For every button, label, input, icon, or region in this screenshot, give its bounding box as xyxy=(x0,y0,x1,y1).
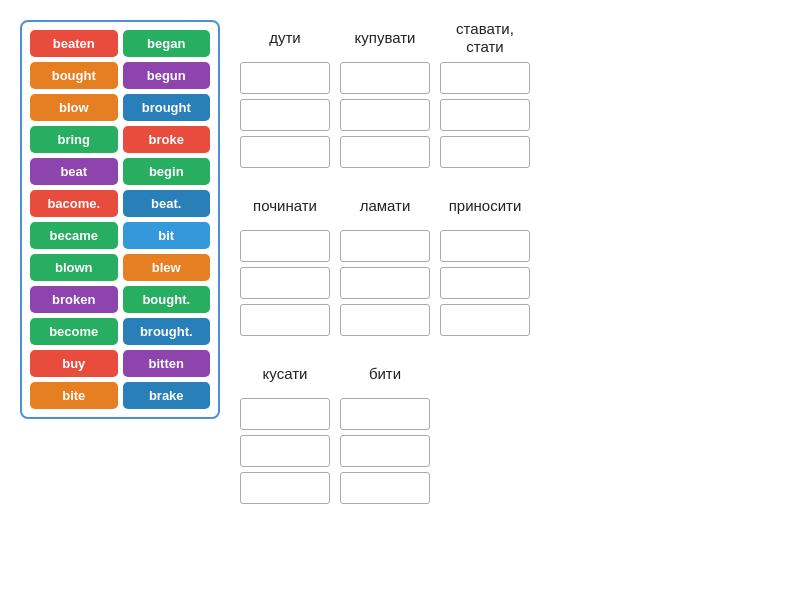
word-tile[interactable]: began xyxy=(123,30,211,57)
drop-slot[interactable] xyxy=(340,398,430,430)
drop-slot[interactable] xyxy=(340,435,430,467)
word-tile[interactable]: brake xyxy=(123,382,211,409)
bottom-category-row: кусати бити xyxy=(240,356,780,504)
drop-slot[interactable] xyxy=(240,472,330,504)
category-кусати: кусати xyxy=(240,356,330,504)
slots-кусати xyxy=(240,398,330,504)
drop-slot[interactable] xyxy=(340,62,430,94)
drop-slot[interactable] xyxy=(440,230,530,262)
word-tile[interactable]: begun xyxy=(123,62,211,89)
drop-slot[interactable] xyxy=(240,435,330,467)
word-tile[interactable]: bite xyxy=(30,382,118,409)
category-починати: починати xyxy=(240,188,330,336)
category-дути: дути xyxy=(240,20,330,168)
category-ламати: ламати xyxy=(340,188,430,336)
word-tile[interactable]: beat. xyxy=(123,190,211,217)
slots-дути xyxy=(240,62,330,168)
slots-бити xyxy=(340,398,430,504)
category-приносити: приносити xyxy=(440,188,530,336)
drop-slot[interactable] xyxy=(340,472,430,504)
drop-slot[interactable] xyxy=(240,136,330,168)
word-tile[interactable]: became xyxy=(30,222,118,249)
label-кусати: кусати xyxy=(240,356,330,392)
word-tile[interactable]: broken xyxy=(30,286,118,313)
word-tile[interactable]: buy xyxy=(30,350,118,377)
slots-приносити xyxy=(440,230,530,336)
slots-ламати xyxy=(340,230,430,336)
word-tile[interactable]: bacome. xyxy=(30,190,118,217)
word-tile[interactable]: brought xyxy=(123,94,211,121)
word-tile[interactable]: bitten xyxy=(123,350,211,377)
word-tile[interactable]: bought xyxy=(30,62,118,89)
word-tile[interactable]: bought. xyxy=(123,286,211,313)
word-tile[interactable]: brought. xyxy=(123,318,211,345)
word-tile[interactable]: begin xyxy=(123,158,211,185)
drop-slot[interactable] xyxy=(240,304,330,336)
label-купувати: купувати xyxy=(340,20,430,56)
drop-slot[interactable] xyxy=(340,230,430,262)
drop-slot[interactable] xyxy=(340,136,430,168)
label-ставати: ставати,стати xyxy=(440,20,530,56)
label-починати: починати xyxy=(240,188,330,224)
drop-slot[interactable] xyxy=(340,267,430,299)
drop-slot[interactable] xyxy=(240,62,330,94)
category-купувати: купувати xyxy=(340,20,430,168)
category-бити: бити xyxy=(340,356,430,504)
drop-area: дути купувати ставати,стати xyxy=(240,20,780,580)
slots-купувати xyxy=(340,62,430,168)
label-дути: дути xyxy=(240,20,330,56)
word-bank: beatenbeganboughtbegunblowbroughtbringbr… xyxy=(20,20,220,419)
word-tile[interactable]: broke xyxy=(123,126,211,153)
word-tile[interactable]: beat xyxy=(30,158,118,185)
slots-ставати xyxy=(440,62,530,168)
word-tile[interactable]: become xyxy=(30,318,118,345)
drop-slot[interactable] xyxy=(340,304,430,336)
word-tile[interactable]: beaten xyxy=(30,30,118,57)
middle-category-row: починати ламати приносити xyxy=(240,188,780,336)
word-tile[interactable]: bit xyxy=(123,222,211,249)
drop-slot[interactable] xyxy=(340,99,430,131)
label-ламати: ламати xyxy=(340,188,430,224)
word-tile[interactable]: blown xyxy=(30,254,118,281)
drop-slot[interactable] xyxy=(440,62,530,94)
drop-slot[interactable] xyxy=(240,267,330,299)
top-category-row: дути купувати ставати,стати xyxy=(240,20,780,168)
drop-slot[interactable] xyxy=(240,99,330,131)
label-бити: бити xyxy=(340,356,430,392)
category-ставати: ставати,стати xyxy=(440,20,530,168)
drop-slot[interactable] xyxy=(440,136,530,168)
label-приносити: приносити xyxy=(440,188,530,224)
drop-slot[interactable] xyxy=(440,304,530,336)
slots-починати xyxy=(240,230,330,336)
drop-slot[interactable] xyxy=(240,398,330,430)
word-tile[interactable]: blow xyxy=(30,94,118,121)
drop-slot[interactable] xyxy=(440,267,530,299)
drop-slot[interactable] xyxy=(240,230,330,262)
word-tile[interactable]: blew xyxy=(123,254,211,281)
drop-slot[interactable] xyxy=(440,99,530,131)
word-tile[interactable]: bring xyxy=(30,126,118,153)
